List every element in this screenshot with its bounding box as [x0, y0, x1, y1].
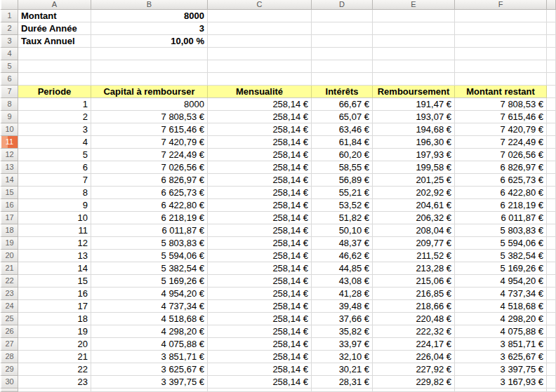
cell-C21[interactable]: 258,14 €: [208, 262, 312, 275]
column-header-D[interactable]: D: [312, 0, 373, 10]
cell-F7[interactable]: Montant restant: [455, 86, 547, 98]
cell-D21[interactable]: 44,85 €: [312, 262, 373, 275]
cell-F20[interactable]: 5 382,54 €: [455, 250, 547, 262]
row-header-26[interactable]: 26: [0, 325, 18, 338]
cell-G17[interactable]: [547, 212, 556, 224]
cell-D8[interactable]: 66,67 €: [312, 98, 373, 111]
cell-F16[interactable]: 6 218,19 €: [455, 199, 547, 212]
cell-F13[interactable]: 6 826,97 €: [455, 161, 547, 174]
row-header-6[interactable]: 6: [0, 73, 18, 86]
column-header-C[interactable]: C: [208, 0, 312, 10]
cell-E22[interactable]: 215,06 €: [373, 275, 455, 288]
row-header-30[interactable]: 30: [0, 376, 18, 388]
cell-F11[interactable]: 7 224,49 €: [455, 136, 547, 149]
cell-C17[interactable]: 258,14 €: [208, 212, 312, 224]
cell-B18[interactable]: 6 011,87 €: [91, 224, 208, 237]
cell-B11[interactable]: 7 420,79 €: [91, 136, 208, 149]
cell-B12[interactable]: 7 224,49 €: [91, 149, 208, 161]
cell-F14[interactable]: 6 625,73 €: [455, 174, 547, 187]
cell-B29[interactable]: 3 625,67 €: [91, 363, 208, 376]
cell-B5[interactable]: [91, 60, 208, 73]
cell-A3[interactable]: Taux Annuel: [18, 35, 91, 48]
row-header-15[interactable]: 15: [0, 187, 18, 199]
cell-G26[interactable]: [547, 325, 556, 338]
cell-A6[interactable]: [18, 73, 91, 86]
cell-C20[interactable]: 258,14 €: [208, 250, 312, 262]
cell-E29[interactable]: 227,92 €: [373, 363, 455, 376]
row-header-24[interactable]: 24: [0, 300, 18, 313]
cell-C9[interactable]: 258,14 €: [208, 111, 312, 123]
cell-B4[interactable]: [91, 48, 208, 60]
select-all-corner[interactable]: [0, 0, 18, 10]
column-header-E[interactable]: E: [373, 0, 455, 10]
row-header-22[interactable]: 22: [0, 275, 18, 288]
cell-C18[interactable]: 258,14 €: [208, 224, 312, 237]
cell-C23[interactable]: 258,14 €: [208, 288, 312, 300]
row-header-27[interactable]: 27: [0, 338, 18, 351]
cell-D5[interactable]: [312, 60, 373, 73]
row-header-19[interactable]: 19: [0, 237, 18, 250]
row-header-17[interactable]: 17: [0, 212, 18, 224]
cell-D15[interactable]: 55,21 €: [312, 187, 373, 199]
cell-D11[interactable]: 61,84 €: [312, 136, 373, 149]
cell-A11[interactable]: 4: [18, 136, 91, 149]
cell-C10[interactable]: 258,14 €: [208, 123, 312, 136]
cell-C22[interactable]: 258,14 €: [208, 275, 312, 288]
cell-G29[interactable]: [547, 363, 556, 376]
cell-F8[interactable]: 7 808,53 €: [455, 98, 547, 111]
cell-C12[interactable]: 258,14 €: [208, 149, 312, 161]
cell-A26[interactable]: 19: [18, 325, 91, 338]
cell-F6[interactable]: [455, 73, 547, 86]
cell-E12[interactable]: 197,93 €: [373, 149, 455, 161]
cell-F4[interactable]: [455, 48, 547, 60]
row-header-1[interactable]: 1: [0, 10, 18, 22]
cell-E4[interactable]: [373, 48, 455, 60]
cell-G7[interactable]: [547, 86, 556, 98]
cell-F12[interactable]: 7 026,56 €: [455, 149, 547, 161]
cell-B17[interactable]: 6 218,19 €: [91, 212, 208, 224]
cell-E15[interactable]: 202,92 €: [373, 187, 455, 199]
cell-B13[interactable]: 7 026,56 €: [91, 161, 208, 174]
cell-E3[interactable]: [373, 35, 455, 48]
cell-A25[interactable]: 18: [18, 313, 91, 325]
row-header-2[interactable]: 2: [0, 22, 18, 35]
cell-E5[interactable]: [373, 60, 455, 73]
cell-C15[interactable]: 258,14 €: [208, 187, 312, 199]
cell-G18[interactable]: [547, 224, 556, 237]
cell-A12[interactable]: 5: [18, 149, 91, 161]
cell-C27[interactable]: 258,14 €: [208, 338, 312, 351]
cell-G14[interactable]: [547, 174, 556, 187]
cell-A23[interactable]: 16: [18, 288, 91, 300]
cell-G8[interactable]: [547, 98, 556, 111]
cell-C7[interactable]: Mensualité: [208, 86, 312, 98]
cell-G6[interactable]: [547, 73, 556, 86]
cell-F9[interactable]: 7 615,46 €: [455, 111, 547, 123]
cell-B23[interactable]: 4 954,20 €: [91, 288, 208, 300]
cell-G19[interactable]: [547, 237, 556, 250]
cell-B15[interactable]: 6 625,73 €: [91, 187, 208, 199]
cell-G9[interactable]: [547, 111, 556, 123]
column-header-A[interactable]: A: [18, 0, 91, 10]
cell-D1[interactable]: [312, 10, 373, 22]
cell-G30[interactable]: [547, 376, 556, 388]
cell-F19[interactable]: 5 594,06 €: [455, 237, 547, 250]
cell-F24[interactable]: 4 518,68 €: [455, 300, 547, 313]
cell-E6[interactable]: [373, 73, 455, 86]
cell-C30[interactable]: 258,14 €: [208, 376, 312, 388]
cell-G5[interactable]: [547, 60, 556, 73]
cell-A9[interactable]: 2: [18, 111, 91, 123]
row-header-25[interactable]: 25: [0, 313, 18, 325]
cell-G27[interactable]: [547, 338, 556, 351]
cell-D30[interactable]: 28,31 €: [312, 376, 373, 388]
cell-A24[interactable]: 17: [18, 300, 91, 313]
cell-F22[interactable]: 4 954,20 €: [455, 275, 547, 288]
cell-A30[interactable]: 23: [18, 376, 91, 388]
row-header-5[interactable]: 5: [0, 60, 18, 73]
cell-F27[interactable]: 3 851,71 €: [455, 338, 547, 351]
cell-F17[interactable]: 6 011,87 €: [455, 212, 547, 224]
cell-A17[interactable]: 10: [18, 212, 91, 224]
cell-A14[interactable]: 7: [18, 174, 91, 187]
cell-G21[interactable]: [547, 262, 556, 275]
cell-D28[interactable]: 32,10 €: [312, 351, 373, 363]
cell-E13[interactable]: 199,58 €: [373, 161, 455, 174]
